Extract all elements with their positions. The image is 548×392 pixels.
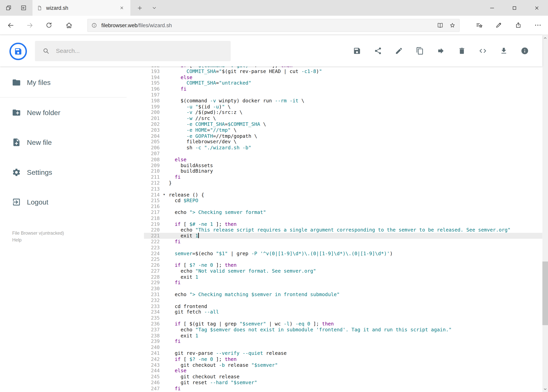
code-line[interactable]: 201 -w //src \ <box>144 115 542 121</box>
share-button[interactable] <box>374 47 382 55</box>
window-minimize-button[interactable] <box>481 0 503 16</box>
code-line[interactable]: 240 <box>144 344 542 350</box>
code-line-text[interactable]: fi <box>160 280 180 286</box>
code-line-text[interactable] <box>160 256 169 262</box>
scrollbar-up-arrow[interactable] <box>542 35 548 41</box>
scrollbar-down-arrow[interactable] <box>542 386 548 392</box>
code-line-text[interactable] <box>160 315 169 321</box>
code-line-text[interactable]: buildBinary <box>160 168 213 174</box>
code-line-text[interactable]: git fetch --all <box>160 309 219 315</box>
page-scrollbar[interactable] <box>542 35 548 392</box>
code-line[interactable]: 224 semver=$(echo "$1" | grep -P '^v(0|[… <box>144 251 542 256</box>
new-tab-button[interactable] <box>132 0 147 16</box>
code-line[interactable]: 244 else <box>144 368 542 374</box>
code-line-text[interactable]: -e GOPATH=//tmp/gopath \ <box>160 133 257 139</box>
code-line[interactable]: 193 COMMIT_SHA="$(git rev-parse HEAD | c… <box>144 69 542 74</box>
help-link[interactable]: Help <box>12 237 64 244</box>
delete-button[interactable] <box>458 47 466 55</box>
code-line[interactable]: 210 buildBinary <box>144 168 542 174</box>
web-note-button[interactable] <box>491 17 506 33</box>
code-line-text[interactable] <box>160 297 169 303</box>
code-line[interactable]: 219 if [ $# -ne 1 ]; then <box>144 221 542 227</box>
code-line[interactable]: 233 cd frontend <box>144 303 542 309</box>
favorite-star-icon[interactable] <box>449 22 456 29</box>
code-line-text[interactable]: COMMIT_SHA="$(git rev-parse HEAD | cut -… <box>160 69 322 74</box>
code-line-text[interactable]: -w //src \ <box>160 115 216 121</box>
filebrowser-logo[interactable] <box>9 43 27 60</box>
tabs-preview-button[interactable] <box>16 0 31 16</box>
browser-tab[interactable]: wizard.sh <box>33 0 130 16</box>
code-line-text[interactable]: git rev-parse --verify --quiet release <box>160 350 287 356</box>
code-line[interactable]: 225 <box>144 256 542 262</box>
code-line[interactable]: 218 <box>144 215 542 221</box>
code-line[interactable]: 217 echo "> Checking semver format" <box>144 210 542 215</box>
code-line[interactable]: 204 -e GOPATH=//tmp/gopath \ <box>144 133 542 139</box>
code-line-text[interactable]: if [ $(git tag | grep "$semver" | wc -l)… <box>160 321 334 327</box>
code-line-text[interactable]: else <box>160 157 187 162</box>
code-line[interactable]: 213 <box>144 186 542 192</box>
code-line[interactable]: 239 fi <box>144 339 542 344</box>
site-info-icon[interactable] <box>91 22 97 28</box>
code-line-text[interactable]: cd frontend <box>160 303 207 309</box>
window-maximize-button[interactable] <box>503 0 526 16</box>
home-button[interactable] <box>61 17 77 33</box>
code-line-text[interactable]: filebrowser/dev \ <box>160 139 236 145</box>
code-line[interactable]: 237 echo "Tag $semver does not exist in … <box>144 327 542 333</box>
code-line-text[interactable]: sh -c "./wizard.sh -b" <box>160 145 251 151</box>
code-line[interactable]: 234 git fetch --all <box>144 309 542 315</box>
code-line-text[interactable]: echo "> Checking semver format" <box>160 210 266 215</box>
code-line[interactable]: 241 git rev-parse --verify --quiet relea… <box>144 350 542 356</box>
sidebar-item-logout[interactable]: Logout <box>0 192 127 213</box>
code-line-text[interactable]: release () { <box>160 192 204 198</box>
code-line[interactable]: 242 if [ $? -ne 0 ]; then <box>144 356 542 362</box>
code-line[interactable]: 209 buildAssets <box>144 162 542 168</box>
code-line[interactable]: 195 COMMIT_SHA="untracked" <box>144 80 542 86</box>
code-line[interactable]: 236 if [ $(git tag | grep "$semver" | wc… <box>144 321 542 327</box>
code-line[interactable]: 232 <box>144 297 542 303</box>
code-line-text[interactable]: exit 1 <box>160 233 199 239</box>
code-line[interactable]: 194 else <box>144 74 542 80</box>
code-line[interactable]: 245 git checkout release <box>144 374 542 380</box>
code-line[interactable]: 222 fi <box>144 239 542 245</box>
code-line[interactable]: 238 exit 1 <box>144 333 542 339</box>
fold-arrow-icon[interactable]: ▾ <box>163 192 165 198</box>
search-box[interactable] <box>35 41 231 61</box>
download-button[interactable] <box>499 47 508 55</box>
sidebar-item-my-files[interactable]: My files <box>0 72 127 93</box>
code-line-text[interactable]: if [ "$(command -v git)" != "" ]; then <box>160 66 292 68</box>
code-line[interactable]: 192 if [ "$(command -v git)" != "" ]; th… <box>144 66 542 68</box>
code-line-text[interactable]: echo "> Checking matching $semver in fro… <box>160 292 340 297</box>
code-line[interactable]: 208 else <box>144 157 542 162</box>
sidebar-item-new-file[interactable]: New file <box>0 132 127 153</box>
code-line[interactable]: 216 <box>144 203 542 210</box>
code-line-text[interactable]: if [ $# -ne 1 ]; then <box>160 221 236 227</box>
code-button[interactable] <box>479 47 487 55</box>
code-line-text[interactable]: exit 1 <box>160 274 198 280</box>
scrollbar-thumb[interactable] <box>542 261 548 325</box>
info-button[interactable] <box>520 47 529 55</box>
code-line[interactable]: 227 echo "Not valid semver format. See s… <box>144 268 542 274</box>
tab-close-icon[interactable] <box>117 3 126 12</box>
code-line-text[interactable]: echo "Tag $semver does not exist in subm… <box>160 327 451 333</box>
code-line[interactable]: 203 -e HOME="//tmp" \ <box>144 127 542 133</box>
forward-button[interactable] <box>22 17 38 33</box>
code-line[interactable]: 229 fi <box>144 280 542 286</box>
code-line-text[interactable]: cd $REPO <box>160 198 198 203</box>
code-line[interactable]: 199 -u "$(id -u)" \ <box>144 104 542 110</box>
code-line-text[interactable] <box>160 151 169 157</box>
code-line[interactable]: 202 -e COMMIT_SHA=$COMMIT_SHA \ <box>144 121 542 127</box>
code-line[interactable]: 220 echo "This release script requires a… <box>144 227 542 233</box>
code-line[interactable]: 207 <box>144 151 542 157</box>
copy-button[interactable] <box>416 47 424 55</box>
tab-list-chevron-button[interactable] <box>147 0 161 16</box>
code-line-text[interactable]: else <box>160 368 187 374</box>
code-line-text[interactable] <box>160 245 169 251</box>
code-line-text[interactable] <box>160 344 169 350</box>
sidebar-item-settings[interactable]: Settings <box>0 162 127 183</box>
save-button[interactable] <box>353 47 361 55</box>
code-line[interactable]: 212} <box>144 180 542 186</box>
code-line-text[interactable]: exit 1 <box>160 333 198 339</box>
window-close-button[interactable] <box>526 0 548 16</box>
code-line-text[interactable]: -u "$(id -u)" \ <box>160 104 231 110</box>
code-line[interactable]: 214▾release () { <box>144 192 542 198</box>
